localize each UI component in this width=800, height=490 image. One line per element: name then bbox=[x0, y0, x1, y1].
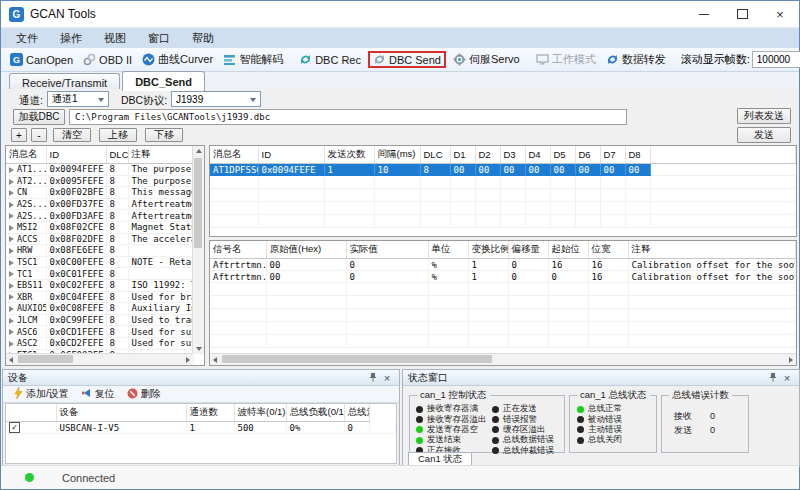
expander-icon[interactable] bbox=[9, 341, 14, 347]
message-list-horizontal-scrollbar[interactable] bbox=[6, 353, 193, 365]
column-header[interactable]: 注释 bbox=[628, 241, 796, 259]
message-row[interactable]: ASC60x0CD1FEFE8Used for suspens bbox=[6, 326, 194, 338]
toolbar-obd[interactable]: OBD II bbox=[78, 51, 137, 68]
menu-operation[interactable]: 操作 bbox=[49, 29, 93, 48]
toolbar-dbc-rec[interactable]: DBC Rec bbox=[294, 51, 366, 68]
column-header[interactable]: 通道数 bbox=[186, 404, 234, 422]
scroll-left-icon[interactable] bbox=[213, 357, 217, 363]
scroll-frames-input[interactable] bbox=[752, 51, 800, 68]
add-row-button[interactable]: + bbox=[11, 128, 27, 142]
message-row[interactable]: CN0x00F02BFE8This message is bbox=[6, 187, 194, 199]
expander-icon[interactable] bbox=[9, 248, 14, 254]
toolbar-dbc-send[interactable]: DBC Send bbox=[368, 51, 446, 68]
scroll-left-icon[interactable] bbox=[9, 357, 13, 363]
menu-window[interactable]: 窗口 bbox=[137, 29, 181, 48]
signal-row[interactable]: Aftrtrtmn...000%101616Calibration offset… bbox=[210, 259, 796, 271]
expander-icon[interactable] bbox=[9, 190, 14, 196]
message-row[interactable]: AT2...0x0095FEFE8The purpose of t bbox=[6, 175, 194, 187]
column-header[interactable]: 设备 bbox=[56, 404, 186, 422]
send-button[interactable]: 发送 bbox=[737, 127, 791, 143]
message-list-vertical-scrollbar[interactable] bbox=[192, 146, 204, 354]
scroll-right-icon[interactable] bbox=[789, 357, 793, 363]
column-header[interactable]: 偏移量 bbox=[508, 241, 548, 259]
column-header[interactable]: 注释 bbox=[128, 146, 194, 164]
signal-row[interactable]: Aftrtrtmn...000%10016Calibration offset … bbox=[210, 271, 796, 283]
menu-view[interactable]: 视图 bbox=[93, 29, 137, 48]
expander-icon[interactable] bbox=[9, 167, 14, 173]
message-row[interactable]: TC10x0C01FEFE8 bbox=[6, 268, 194, 280]
can1-status-tab[interactable]: Can1 状态 bbox=[408, 452, 472, 466]
scroll-right-icon[interactable] bbox=[186, 357, 190, 363]
column-header[interactable]: 变换比例 bbox=[468, 241, 508, 259]
column-header[interactable]: ID bbox=[258, 146, 324, 164]
expander-icon[interactable] bbox=[9, 318, 14, 324]
maximize-button[interactable] bbox=[723, 1, 761, 27]
reset-device-button[interactable]: 复位 bbox=[75, 386, 121, 402]
toolbar-curver[interactable]: 曲线Curver bbox=[137, 50, 218, 69]
channel-select[interactable]: 通道1 bbox=[47, 91, 109, 107]
expander-icon[interactable] bbox=[9, 260, 14, 266]
column-header[interactable]: 实际值 bbox=[346, 241, 428, 259]
close-button[interactable]: × bbox=[761, 1, 799, 27]
column-header[interactable]: 波特率(0/1) bbox=[234, 404, 286, 422]
expander-icon[interactable] bbox=[9, 294, 14, 300]
scrollbar-thumb[interactable] bbox=[194, 158, 202, 248]
column-header[interactable]: 消息名 bbox=[6, 146, 46, 164]
scrollbar-thumb[interactable] bbox=[18, 355, 73, 363]
message-row[interactable]: MSI20x08F02CFE8Magnet Status In bbox=[6, 221, 194, 233]
column-header[interactable]: 发送次数 bbox=[324, 146, 374, 164]
message-row[interactable]: HRW0x08FE6EFE8 bbox=[6, 245, 194, 257]
message-row[interactable]: JLCM0x0C99FEFE8Used to transfer bbox=[6, 314, 194, 326]
pin-icon[interactable] bbox=[366, 371, 380, 384]
column-header[interactable]: D5 bbox=[550, 146, 575, 164]
menu-file[interactable]: 文件 bbox=[5, 29, 49, 48]
column-header[interactable]: D4 bbox=[525, 146, 550, 164]
column-header[interactable]: D2 bbox=[475, 146, 500, 164]
list-send-button[interactable]: 列表发送 bbox=[737, 108, 791, 124]
column-header[interactable]: D1 bbox=[450, 146, 475, 164]
expander-icon[interactable] bbox=[9, 236, 14, 242]
column-header[interactable]: ID bbox=[46, 146, 106, 164]
minimize-button[interactable] bbox=[685, 1, 723, 27]
toolbar-decode[interactable]: 智能解码 bbox=[218, 50, 288, 69]
message-row[interactable]: EBS110x0C02FEFE8ISO 11992: Towin bbox=[6, 279, 194, 291]
close-panel-icon[interactable]: × bbox=[780, 371, 794, 384]
column-header[interactable]: D8 bbox=[625, 146, 650, 164]
column-header[interactable]: 信号名 bbox=[210, 241, 266, 259]
column-header[interactable]: DLC bbox=[420, 146, 450, 164]
message-row[interactable]: AUXIO50x0C08FEFE8Auxiliary Input bbox=[6, 303, 194, 315]
message-row[interactable]: ACCS0x08F02DFE8The acceleration bbox=[6, 233, 194, 245]
column-header[interactable]: 位宽 bbox=[588, 241, 628, 259]
expander-icon[interactable] bbox=[9, 213, 14, 219]
clear-button[interactable]: 清空 bbox=[53, 128, 91, 142]
expander-icon[interactable] bbox=[9, 283, 14, 289]
column-header[interactable]: 原始值(Hex) bbox=[266, 241, 346, 259]
message-row[interactable]: AT1...0x0094FEFE8The purpose of t bbox=[6, 164, 194, 176]
message-row[interactable]: A2S...0x00FD37FE8Aftertreatment 2 bbox=[6, 198, 194, 210]
expander-icon[interactable] bbox=[9, 329, 14, 335]
dbc-path-field[interactable]: C:\Program Files\GCANTools\j1939.dbc bbox=[69, 109, 627, 125]
column-header[interactable]: 单位 bbox=[428, 241, 468, 259]
device-row[interactable]: ✓USBCAN-I-V515000%0 bbox=[6, 422, 396, 434]
toolbar-data-forward[interactable]: 数据转发 bbox=[601, 50, 671, 69]
delete-device-button[interactable]: 删除 bbox=[121, 386, 167, 402]
column-header[interactable]: D6 bbox=[575, 146, 600, 164]
column-header[interactable]: DLC bbox=[106, 146, 128, 164]
column-header[interactable]: 总线流量(0/1) bbox=[344, 404, 370, 422]
scrollbar-thumb[interactable] bbox=[222, 355, 492, 363]
pin-icon[interactable] bbox=[766, 371, 780, 384]
message-row[interactable]: ASC20x0CD2FEFE8Used for suspens bbox=[6, 337, 194, 349]
load-dbc-button[interactable]: 加载DBC bbox=[13, 109, 65, 125]
dbc-protocol-select[interactable]: J1939 bbox=[171, 91, 261, 107]
expander-icon[interactable] bbox=[9, 202, 14, 208]
message-row[interactable]: TSC10x0C00FEFE8NOTE - Retarder bbox=[6, 256, 194, 268]
column-header[interactable]: 总线负载(0/1) bbox=[286, 404, 344, 422]
column-header[interactable]: 消息名 bbox=[210, 146, 258, 164]
expander-icon[interactable] bbox=[9, 271, 14, 277]
column-header[interactable] bbox=[6, 404, 56, 422]
message-row[interactable]: A2S...0x00FD3AFE8Aftertreatment 2 bbox=[6, 210, 194, 222]
scroll-up-icon[interactable] bbox=[196, 149, 202, 153]
remove-row-button[interactable]: - bbox=[31, 128, 47, 142]
move-down-button[interactable]: 下移 bbox=[145, 128, 183, 142]
signal-table-horizontal-scrollbar[interactable] bbox=[210, 353, 796, 365]
